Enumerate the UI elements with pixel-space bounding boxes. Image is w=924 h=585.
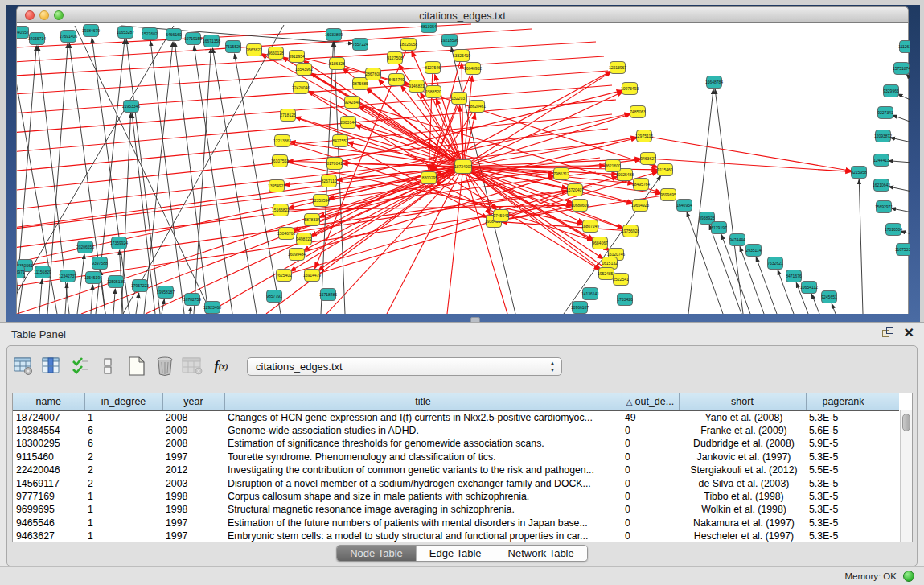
graph-node[interactable]: 1640954 <box>676 200 692 212</box>
graph-node[interactable]: 7632621 <box>767 257 783 270</box>
graph-node[interactable]: 1588520 <box>425 86 441 98</box>
tab-network-table[interactable]: Network Table <box>495 546 587 561</box>
graph-node[interactable]: 1527602 <box>142 28 158 40</box>
graph-node[interactable]: 16099484 <box>288 249 306 261</box>
graph-node[interactable]: 9498222 <box>296 233 312 245</box>
table-row[interactable]: 1938455462009Genome-wide association stu… <box>13 424 899 437</box>
graph-node[interactable]: 7986312 <box>553 168 569 180</box>
graph-node[interactable]: 8267110 <box>321 175 336 187</box>
graph-node[interactable]: 18495764 <box>632 179 650 191</box>
graph-node[interactable]: 16640932 <box>464 63 482 75</box>
graph-node[interactable]: 1244413 <box>873 154 889 167</box>
column-header-out-degree[interactable]: △out_de... <box>622 393 679 410</box>
table-row[interactable]: 946362711997Embryonic stem cells: a mode… <box>13 529 899 542</box>
graph-node[interactable]: 2867608 <box>365 68 381 80</box>
graph-node[interactable]: 16914479 <box>303 270 321 282</box>
graph-node[interactable]: 12505135 <box>107 276 125 288</box>
graph-node[interactable]: 7485063 <box>630 106 646 118</box>
graph-node[interactable]: 12213363 <box>273 135 291 147</box>
graph-node[interactable]: 16648784 <box>705 76 723 89</box>
graph-node[interactable]: 14136141 <box>581 288 599 300</box>
graph-node[interactable]: 16107553 <box>271 155 289 167</box>
graph-node[interactable]: 9242848 <box>344 97 360 109</box>
graph-node[interactable]: 12093872 <box>874 130 892 142</box>
graph-node[interactable]: 7625402 <box>276 270 292 282</box>
graph-node[interactable]: 8186328 <box>329 58 345 70</box>
graph-node[interactable]: 9329966 <box>883 85 899 97</box>
delete-table-icon[interactable] <box>153 355 177 377</box>
graph-node[interactable]: 9745941 <box>493 210 509 222</box>
table-row[interactable]: 1872400712008Changes of HCN gene express… <box>13 410 899 424</box>
table-scrollbar[interactable] <box>900 410 912 542</box>
graph-node[interactable]: 11126380 <box>898 41 910 53</box>
deselect-rows-icon[interactable] <box>97 355 121 377</box>
column-header-short[interactable]: short <box>679 393 806 410</box>
graph-node[interactable]: 8621600 <box>605 160 621 172</box>
select-all-icon[interactable] <box>68 355 92 377</box>
graph-node[interactable]: 9463627 <box>640 153 656 165</box>
table-row[interactable]: 911546021997Tourette syndrome. Phenomeno… <box>13 451 899 463</box>
graph-node[interactable]: 20206556 <box>76 241 94 253</box>
graph-node[interactable]: 17957223 <box>131 280 149 292</box>
graph-node[interactable]: 19958187 <box>157 286 175 299</box>
graph-node[interactable]: 10688609 <box>571 200 589 212</box>
graph-node[interactable]: 16782759 <box>183 294 201 306</box>
graph-node[interactable]: 10654112 <box>800 282 818 294</box>
graph-node[interactable]: 6179197 <box>711 222 727 234</box>
graph-node[interactable]: 9397588 <box>92 257 108 270</box>
graph-node[interactable]: 2935114 <box>745 245 761 257</box>
graph-node[interactable]: 17359924 <box>110 237 128 249</box>
graph-node[interactable]: 12923468 <box>203 302 221 314</box>
graph-node[interactable]: 1733426 <box>617 294 633 306</box>
table-settings-icon[interactable] <box>12 355 36 377</box>
graph-node[interactable]: 19384679 <box>82 25 100 37</box>
graph-node[interactable]: 12342737 <box>59 270 76 282</box>
column-header-name[interactable]: name <box>13 393 84 410</box>
float-panel-icon[interactable] <box>882 327 894 339</box>
graph-node[interactable]: 3913971 <box>17 266 25 278</box>
graph-node[interactable]: 27691406 <box>60 31 77 43</box>
graph-node[interactable]: 17016504 <box>885 224 902 236</box>
graph-node[interactable]: 6466160 <box>166 29 182 41</box>
graph-node[interactable]: 9115460 <box>657 164 672 176</box>
graph-node[interactable]: 15166822 <box>272 204 290 216</box>
graph-node[interactable]: 22420046 <box>292 82 310 94</box>
graph-node[interactable]: 9474444 <box>729 234 745 246</box>
graph-node[interactable]: 11675333 <box>895 244 910 256</box>
column-header-pagerank[interactable]: pagerank <box>806 393 881 410</box>
graph-node[interactable]: 8427552 <box>332 135 348 147</box>
graph-node[interactable]: 18620461 <box>468 101 486 113</box>
graph-node[interactable]: 21953346 <box>122 101 140 113</box>
graph-node[interactable]: 8170041 <box>326 158 343 170</box>
graph-node[interactable]: 9699695 <box>660 189 676 201</box>
graph-node[interactable]: 8215958 <box>851 167 867 179</box>
network-window-titlebar[interactable]: citations_edges.txt <box>16 6 909 23</box>
new-table-icon[interactable] <box>125 355 149 377</box>
graph-node[interactable]: 19218596 <box>441 35 458 47</box>
table-row[interactable]: 2242004622012Investigating the contribut… <box>13 463 899 476</box>
graph-node[interactable]: 9857791 <box>266 290 282 303</box>
graph-node[interactable]: 12213967 <box>609 62 626 74</box>
table-selector-dropdown[interactable]: citations_edges.txt ▲▼ <box>247 357 562 376</box>
graph-node[interactable]: 34055714 <box>28 33 46 45</box>
graph-node[interactable]: 2803144 <box>340 117 356 129</box>
graph-node[interactable]: 9684067 <box>592 237 608 249</box>
graph-node[interactable]: 15751874 <box>893 63 910 75</box>
graph-node[interactable]: 18807249 <box>581 220 599 233</box>
tab-node-table[interactable]: Node Table <box>337 546 417 561</box>
graph-node[interactable]: 15692971 <box>875 201 893 213</box>
graph-node[interactable]: 8127546 <box>425 62 441 74</box>
memory-status-indicator[interactable] <box>903 571 914 582</box>
graph-node[interactable]: 7515526 <box>225 41 241 53</box>
tab-edge-table[interactable]: Edge Table <box>417 546 495 561</box>
graph-node[interactable]: 13954923 <box>268 180 285 192</box>
graph-node[interactable]: 19756928 <box>622 225 639 237</box>
graph-node[interactable]: 18226058 <box>400 39 417 51</box>
delete-column-icon[interactable] <box>181 355 205 377</box>
graph-node[interactable]: 8471676 <box>786 270 802 282</box>
graph-node[interactable]: 10653287 <box>117 27 134 39</box>
graph-node[interactable]: 15720407 <box>566 184 584 196</box>
network-canvas[interactable]: 9040557340557142769140619384679106532871… <box>16 23 909 314</box>
citation-network-graph[interactable]: 9040557340557142769140619384679106532871… <box>17 23 910 314</box>
graph-node[interactable]: 9127508 <box>387 52 403 64</box>
